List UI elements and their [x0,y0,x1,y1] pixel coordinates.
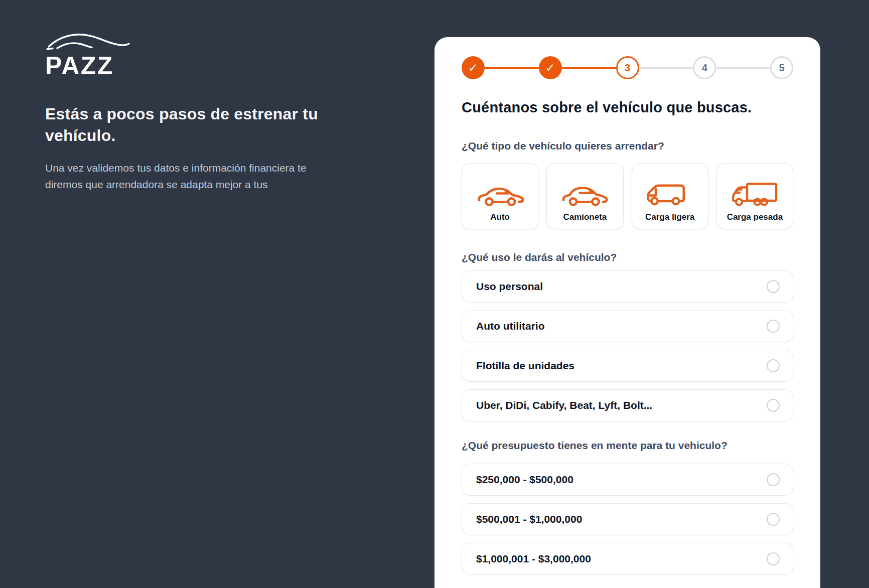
usage-options: Uso personal Auto utilitario Flotilla de… [462,270,793,421]
step-2[interactable]: ✓ [539,56,562,79]
radio-button[interactable] [767,320,780,333]
usage-option-flotilla[interactable]: Flotilla de unidades [462,350,793,382]
radio-button[interactable] [767,359,780,372]
vehicle-option-label: Auto [490,212,510,222]
usage-question: ¿Qué uso le darás al vehículo? [462,251,793,263]
option-label: Uber, DiDi, Cabify, Beat, Lyft, Bolt... [476,399,652,411]
radio-button[interactable] [767,552,780,565]
step-connector [639,67,693,69]
option-label: $500,001 - $1,000,000 [476,513,582,525]
option-label: Flotilla de unidades [476,360,574,372]
vehicle-option-camioneta[interactable]: Camioneta [546,163,623,229]
option-label: $250,000 - $500,000 [476,474,573,486]
truck-icon [729,179,781,209]
step-number: 3 [625,62,630,74]
step-3[interactable]: 3 [616,56,639,79]
brand-logo: PAZZ [45,31,135,78]
vehicle-option-label: Camioneta [563,212,607,222]
budget-option-1m-3m[interactable]: $1,000,001 - $3,000,000 [462,543,793,575]
usage-option-rideshare[interactable]: Uber, DiDi, Cabify, Beat, Lyft, Bolt... [462,389,793,421]
vehicle-type-options: Auto Camioneta [462,163,793,229]
vehicle-option-label: Carga pesada [727,212,783,222]
budget-option-250k-500k[interactable]: $250,000 - $500,000 [462,464,793,496]
vehicle-option-carga-pesada[interactable]: Carga pesada [716,163,793,229]
step-connector [716,67,770,69]
left-description: Una vez validemos tus datos e informació… [45,160,316,193]
onboarding-card: ✓ ✓ 3 4 5 Cuéntanos sobre el vehículo qu… [434,37,820,588]
car-icon [474,179,526,209]
brand-name: PAZZ [45,53,135,78]
budget-option-500k-1m[interactable]: $500,001 - $1,000,000 [462,503,793,535]
budget-question: ¿Qué presupuesto tienes en mente para tu… [462,439,793,452]
suv-icon [559,179,611,209]
step-number: 5 [779,62,784,74]
budget-options: $250,000 - $500,000 $500,001 - $1,000,00… [462,464,793,575]
step-connector [562,67,616,69]
usage-option-personal[interactable]: Uso personal [462,270,793,303]
page-background: { "colors": { "background": "#2f3644", "… [0,0,869,588]
check-icon: ✓ [545,61,555,75]
vehicle-option-auto[interactable]: Auto [462,163,538,229]
radio-button[interactable] [767,473,780,486]
car-swoosh-icon [45,31,130,52]
step-number: 4 [702,62,707,74]
step-connector [485,67,539,69]
van-icon [644,179,696,209]
option-label: Uso personal [476,280,543,292]
stepper: ✓ ✓ 3 4 5 [462,56,793,79]
vehicle-option-label: Carga ligera [645,212,694,222]
left-panel: PAZZ Estás a pocos pasos de estrenar tu … [45,31,326,193]
option-label: Auto utilitario [476,320,544,332]
card-title: Cuéntanos sobre el vehículo que buscas. [462,99,793,116]
radio-button[interactable] [767,513,780,526]
usage-option-utilitario[interactable]: Auto utilitario [462,310,793,342]
vehicle-option-carga-ligera[interactable]: Carga ligera [632,163,708,229]
left-heading: Estás a pocos pasos de estrenar tu vehíc… [45,103,319,146]
vehicle-type-question: ¿Qué tipo de vehículo quieres arrendar? [462,140,793,152]
radio-button[interactable] [767,280,780,293]
check-icon: ✓ [468,61,478,75]
radio-button[interactable] [767,399,780,412]
step-5[interactable]: 5 [770,56,793,79]
option-label: $1,000,001 - $3,000,000 [476,553,591,565]
step-4[interactable]: 4 [693,56,716,79]
step-1[interactable]: ✓ [462,56,485,79]
